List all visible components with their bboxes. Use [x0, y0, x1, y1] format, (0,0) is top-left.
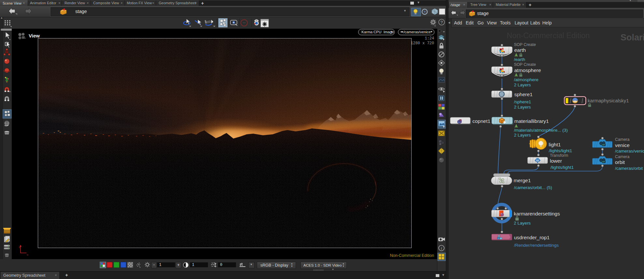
svg-text:lower: lower — [550, 158, 562, 164]
svg-text:materiallibrary1: materiallibrary1 — [514, 118, 549, 124]
svg-text:/cameras/venice: /cameras/venice — [615, 149, 644, 154]
svg-text:/sphere1: /sphere1 — [514, 99, 531, 104]
svg-text:/cameras/orbit: /cameras/orbit — [615, 166, 643, 171]
svg-text:karmarendersettings: karmarendersettings — [514, 211, 560, 216]
svg-text:2 Layers: 2 Layers — [514, 133, 531, 138]
svg-text:/lights/light1: /lights/light1 — [549, 148, 572, 153]
svg-text:?: ? — [440, 20, 443, 25]
svg-text:earth: earth — [514, 47, 526, 53]
svg-text:light1: light1 — [549, 142, 561, 147]
svg-text:karmaphysicalsky1: karmaphysicalsky1 — [588, 98, 629, 103]
svg-text:/earth: /earth — [514, 57, 525, 62]
svg-text:2 Layers: 2 Layers — [514, 105, 531, 110]
svg-text:Y: Y — [19, 246, 21, 249]
svg-text:orbit: orbit — [615, 159, 625, 165]
svg-text:atmosphere: atmosphere — [514, 67, 541, 73]
svg-text:2 Layers: 2 Layers — [514, 221, 531, 226]
svg-text:sphere1: sphere1 — [514, 92, 533, 97]
svg-text:Camera: Camera — [615, 154, 630, 159]
svg-text:Camera: Camera — [615, 137, 630, 142]
svg-text:/atmosphere: /atmosphere — [514, 77, 538, 82]
svg-text:Non-Commercial Edition: Non-Commercial Edition — [507, 31, 590, 40]
svg-text:/Render/rendersettings: /Render/rendersettings — [514, 243, 559, 248]
svg-text:usdrender_rop1: usdrender_rop1 — [514, 235, 549, 240]
svg-text:2 Layers: 2 Layers — [514, 82, 531, 87]
svg-text:merge1: merge1 — [514, 178, 531, 183]
svg-text:copnet1: copnet1 — [473, 118, 490, 124]
svg-text:venice: venice — [615, 142, 630, 148]
svg-text:SOP Create: SOP Create — [514, 42, 536, 47]
svg-text:Solaris: Solaris — [621, 33, 644, 42]
svg-text:Transform: Transform — [550, 153, 568, 158]
svg-text:GF: GF — [602, 144, 605, 146]
svg-text:u: u — [27, 253, 28, 256]
svg-text:/materials/atmosphere... (3): /materials/atmosphere... (3) — [514, 128, 568, 133]
svg-text:i: i — [441, 246, 442, 251]
svg-text:GF: GF — [602, 161, 605, 163]
svg-text:SOP Create: SOP Create — [514, 62, 536, 67]
svg-text:/lights/light1: /lights/light1 — [550, 165, 574, 170]
svg-text:/cameras/orbit... (5): /cameras/orbit... (5) — [514, 185, 552, 190]
